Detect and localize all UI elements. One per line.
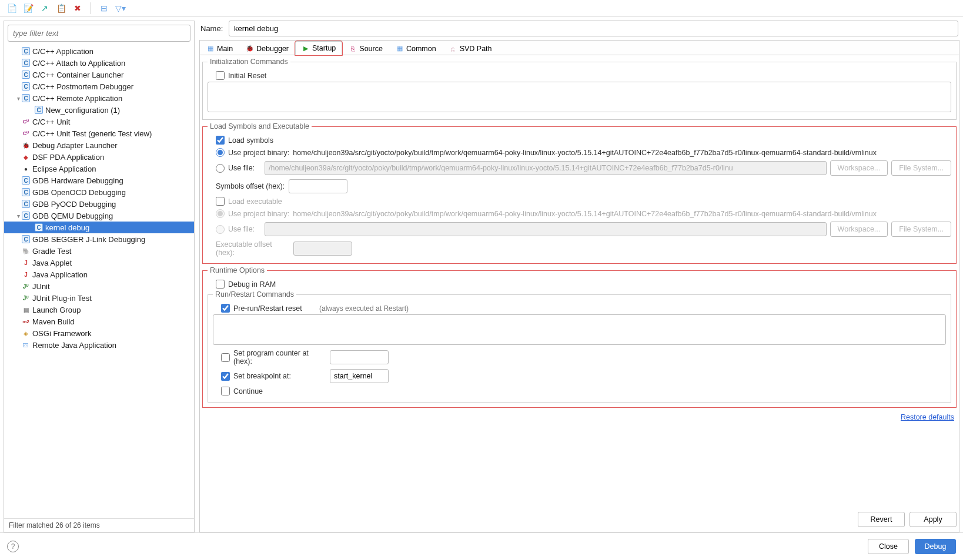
name-input[interactable] <box>229 21 958 36</box>
tree-item[interactable]: 🐘Gradle Test <box>4 245 194 257</box>
filter-input[interactable] <box>8 25 190 42</box>
init-commands-textarea[interactable] <box>208 82 951 112</box>
c-icon: C <box>22 47 30 55</box>
new-config-icon[interactable]: 📄 <box>6 2 18 14</box>
tree-item[interactable]: JᵁJUnit Plug-in Test <box>4 292 194 304</box>
load-executable-checkbox[interactable] <box>216 197 225 206</box>
use-file-radio-1[interactable] <box>216 164 225 173</box>
initial-reset-label: Initial Reset <box>228 72 266 80</box>
tree-item[interactable]: ⮹Remote Java Application <box>4 339 194 351</box>
tree-item[interactable]: CGDB SEGGER J-Link Debugging <box>4 233 194 245</box>
tree-item[interactable]: CC/C++ Application <box>4 45 194 57</box>
tab-svd[interactable]: ⎌SVD Path <box>443 41 499 55</box>
use-project-binary-label-2: Use project binary: <box>228 210 289 218</box>
tab-label: Startup <box>312 44 336 52</box>
set-breakpoint-checkbox[interactable] <box>221 372 230 381</box>
prerun-reset-label: Pre-run/Restart reset <box>233 304 316 313</box>
duplicate-icon[interactable]: 📋 <box>55 2 67 14</box>
tree-item-label: GDB SEGGER J-Link Debugging <box>32 235 145 244</box>
tree-item[interactable]: ◈OSGi Framework <box>4 327 194 339</box>
c-icon: C <box>22 94 30 102</box>
use-project-binary-radio[interactable] <box>216 148 225 157</box>
tree-item-label: Java Applet <box>32 259 72 267</box>
tab-source[interactable]: ⎘Source <box>342 41 389 55</box>
tree-item[interactable]: CNew_configuration (1) <box>4 104 194 116</box>
tree-item[interactable]: CGDB PyOCD Debugging <box>4 198 194 210</box>
tab-debugger[interactable]: 🐞Debugger <box>239 41 295 55</box>
main-tab-icon: ▦ <box>206 45 215 53</box>
osgi-icon: ◈ <box>22 329 30 337</box>
new-prototype-icon[interactable]: 📝 <box>22 2 34 14</box>
apply-button[interactable]: Apply <box>910 512 957 527</box>
debug-button[interactable]: Debug <box>915 539 956 554</box>
tree-item[interactable]: CC/C++ Attach to Application <box>4 57 194 69</box>
tree-item[interactable]: JJava Applet <box>4 257 194 269</box>
debugger-tab-icon: 🐞 <box>246 45 254 53</box>
tab-startup[interactable]: ▶Startup <box>295 41 342 55</box>
export-icon[interactable]: ↗ <box>39 2 51 14</box>
tree-item[interactable]: JJava Application <box>4 269 194 280</box>
symbols-offset-input[interactable] <box>289 179 347 193</box>
init-commands-legend: Initialization Commands <box>208 58 290 66</box>
load-symbols-legend: Load Symbols and Executable <box>208 122 312 130</box>
tree-item[interactable]: CᵁC/C++ Unit <box>4 116 194 128</box>
set-breakpoint-input[interactable] <box>330 369 389 383</box>
tab-main[interactable]: ▦Main <box>200 41 239 55</box>
prerun-reset-checkbox[interactable] <box>221 304 230 313</box>
filesystem-button-1: File System... <box>891 160 951 176</box>
startup-tab-content: Initialization Commands Initial Reset Lo… <box>200 55 959 507</box>
runtime-options-legend: Runtime Options <box>208 266 267 274</box>
tree-item[interactable]: CC/C++ Postmortem Debugger <box>4 81 194 92</box>
tree-item[interactable]: ▤Launch Group <box>4 304 194 316</box>
close-button[interactable]: Close <box>868 539 909 554</box>
revert-button[interactable]: Revert <box>858 512 905 527</box>
tree-item[interactable]: ●Eclipse Application <box>4 163 194 175</box>
tree-item[interactable]: CC/C++ Container Launcher <box>4 69 194 81</box>
set-pc-checkbox[interactable] <box>221 353 230 362</box>
cu-icon: Cᵁ <box>22 118 30 126</box>
collapse-all-icon[interactable]: ⊟ <box>98 2 110 14</box>
restore-defaults-link[interactable]: Restore defaults <box>901 413 954 421</box>
set-pc-label: Set program counter at (hex): <box>233 349 326 365</box>
lg-icon: ▤ <box>22 306 30 314</box>
tree-item-label: C/C++ Unit Test (generic Test view) <box>32 129 152 138</box>
ju-icon: Jᵁ <box>22 282 30 290</box>
startup-tab-icon: ▶ <box>302 44 310 52</box>
tree-item[interactable]: CGDB Hardware Debugging <box>4 175 194 186</box>
c-icon: C <box>22 188 30 196</box>
use-project-binary-label: Use project binary: <box>228 149 289 157</box>
continue-checkbox[interactable] <box>221 387 230 395</box>
tree-item[interactable]: ◆DSF PDA Application <box>4 151 194 163</box>
project-binary-path: home/chuljeon39a/src/git/yocto/poky/buil… <box>293 149 877 157</box>
set-pc-input[interactable] <box>330 350 389 364</box>
c-icon: C <box>22 235 30 243</box>
run-restart-legend: Run/Restart Commands <box>213 290 296 299</box>
tree-item-label: Maven Build <box>32 317 75 326</box>
tree-item[interactable]: ▾CC/C++ Remote Application <box>4 92 194 104</box>
set-breakpoint-label: Set breakpoint at: <box>233 372 326 380</box>
load-symbols-checkbox[interactable] <box>216 136 225 145</box>
help-icon[interactable]: ? <box>7 541 19 552</box>
delete-icon[interactable]: ✖ <box>72 2 83 14</box>
tree-item-label: C/C++ Unit <box>32 118 70 126</box>
tree-item[interactable]: JᵁJUnit <box>4 280 194 292</box>
run-restart-textarea[interactable] <box>213 314 946 345</box>
tree-item-label: Java Application <box>32 270 88 279</box>
tree-item[interactable]: CGDB OpenOCD Debugging <box>4 186 194 198</box>
debug-ram-checkbox[interactable] <box>216 280 225 289</box>
load-symbols-group: Load Symbols and Executable Load symbols… <box>202 122 957 264</box>
tree-item[interactable]: m2Maven Build <box>4 316 194 327</box>
tree-item[interactable]: CᵁC/C++ Unit Test (generic Test view) <box>4 128 194 139</box>
filter-icon[interactable]: ▽▾ <box>115 2 126 14</box>
exec-offset-input <box>293 242 352 256</box>
config-tree[interactable]: CC/C++ ApplicationCC/C++ Attach to Appli… <box>4 45 194 518</box>
tree-item[interactable]: ▾CGDB QEMU Debugging <box>4 210 194 222</box>
tab-common[interactable]: ▦Common <box>389 41 443 55</box>
tree-item[interactable]: 🐞Debug Adapter Launcher <box>4 139 194 151</box>
rj-icon: ⮹ <box>22 341 30 349</box>
c-icon: C <box>22 71 30 79</box>
tree-item[interactable]: Ckernel debug <box>4 222 194 233</box>
tree-item-label: Launch Group <box>32 306 81 314</box>
initial-reset-checkbox[interactable] <box>216 71 225 80</box>
symbols-offset-label: Symbols offset (hex): <box>216 182 285 190</box>
